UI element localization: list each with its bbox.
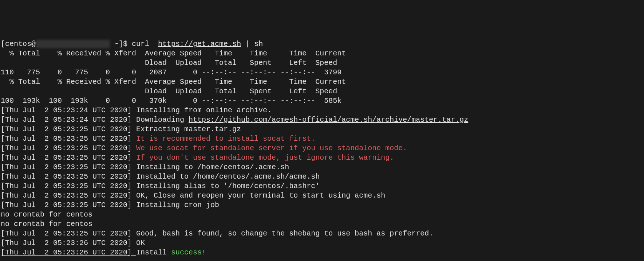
- log-message: Good, bash is found, so change the sheba…: [136, 229, 433, 238]
- redacted-hostname: ███ ███ ██ ██ ███: [36, 40, 110, 48]
- log-timestamp: [Thu Jul 2 05:23:25 UTC 2020]: [1, 144, 136, 152]
- terminal-output[interactable]: [centos@███ ███ ██ ██ ███ ~]$ curl https…: [1, 39, 643, 257]
- log-warning: If you don't use standalone mode, just i…: [136, 153, 394, 162]
- log-message: Downloading: [136, 116, 189, 124]
- curl-progress-header: % Total % Received % Xferd Average Speed…: [1, 49, 346, 58]
- log-timestamp: [Thu Jul 2 05:23:25 UTC 2020]: [1, 135, 136, 143]
- log-cron-message: no crontab for centos: [1, 210, 92, 219]
- log-timestamp: [Thu Jul 2 05:23:25 UTC 2020]: [1, 191, 136, 200]
- curl-progress-header: Dload Upload Total Spent Left Speed: [1, 59, 337, 67]
- log-success: success: [171, 248, 202, 257]
- log-cron-message: no crontab for centos: [1, 220, 92, 228]
- log-timestamp: [Thu Jul 2 05:23:25 UTC 2020]: [1, 182, 136, 190]
- command-pipe: | sh: [241, 40, 263, 48]
- command-url: https://get.acme.sh: [158, 40, 241, 48]
- log-timestamp: [Thu Jul 2 05:23:25 UTC 2020]: [1, 163, 136, 171]
- log-timestamp: [Thu Jul 2 05:23:26 UTC 2020]: [1, 248, 136, 257]
- curl-progress-line: 100 193k 100 193k 0 0 370k 0 --:--:-- --…: [1, 97, 341, 105]
- prompt-user-host: [centos@: [1, 40, 36, 48]
- log-timestamp: [Thu Jul 2 05:23:25 UTC 2020]: [1, 125, 136, 133]
- log-timestamp: [Thu Jul 2 05:23:25 UTC 2020]: [1, 172, 136, 181]
- log-message: Installed to /home/centos/.acme.sh/acme.…: [136, 172, 320, 181]
- log-timestamp: [Thu Jul 2 05:23:25 UTC 2020]: [1, 201, 136, 209]
- log-message: !: [202, 248, 206, 257]
- log-message: Installing cron job: [136, 201, 219, 209]
- log-message: Installing alias to '/home/centos/.bashr…: [136, 182, 320, 190]
- log-message: Installing to /home/centos/.acme.sh: [136, 163, 289, 171]
- log-warning: We use socat for standalone server if yo…: [136, 144, 407, 152]
- log-message: OK: [136, 239, 145, 247]
- log-warning: It is recommended to install socat first…: [136, 135, 315, 143]
- curl-progress-header: % Total % Received % Xferd Average Speed…: [1, 78, 346, 86]
- log-message: Install: [136, 248, 171, 257]
- prompt-path: ~]$: [110, 40, 132, 48]
- log-message: Installing from online archive.: [136, 106, 272, 114]
- log-timestamp: [Thu Jul 2 05:23:25 UTC 2020]: [1, 229, 136, 238]
- log-message: Extracting master.tar.gz: [136, 125, 241, 133]
- curl-progress-line: 110 775 0 775 0 0 2087 0 --:--:-- --:--:…: [1, 68, 341, 77]
- curl-progress-header: Dload Upload Total Spent Left Speed: [1, 87, 337, 96]
- log-timestamp: [Thu Jul 2 05:23:25 UTC 2020]: [1, 153, 136, 162]
- log-timestamp: [Thu Jul 2 05:23:24 UTC 2020]: [1, 116, 136, 124]
- log-message: OK, Close and reopen your terminal to st…: [136, 191, 385, 200]
- download-url: https://github.com/acmesh-official/acme.…: [189, 116, 468, 124]
- log-timestamp: [Thu Jul 2 05:23:26 UTC 2020]: [1, 239, 136, 247]
- command-curl: curl: [132, 40, 158, 48]
- log-timestamp: [Thu Jul 2 05:23:24 UTC 2020]: [1, 106, 136, 114]
